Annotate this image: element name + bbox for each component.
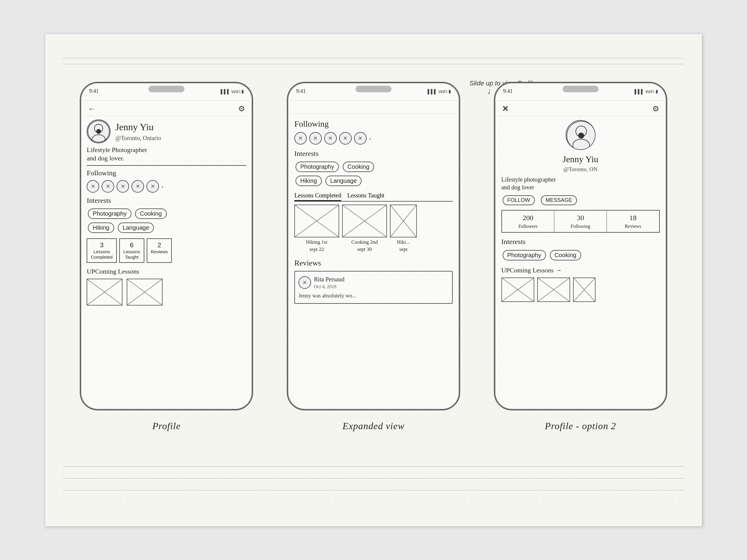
follow-avatar-1[interactable]	[87, 180, 99, 193]
review-header-1: Rita Persaud Oct 4, 2018	[299, 275, 448, 290]
battery-icon-2: ▮	[448, 89, 451, 94]
avatar-container-3	[501, 120, 660, 150]
lesson-title-1: Hiking 1stsept 22	[306, 239, 327, 253]
paper: Slide up to view Profile ↓ 9:41 ▌▌▌ WiFi…	[45, 34, 702, 527]
phone-1-notch	[149, 86, 184, 92]
phone-1-label: Profile	[152, 419, 181, 433]
lesson-images-2: Hiking 1stsept 22 Cooking 2ndsept 30 Hik…	[294, 205, 453, 253]
phone-2-navbar: NAV BAR	[288, 101, 459, 114]
reviewer-text-1: Jenny was absolutely wo...	[299, 292, 448, 299]
tags-2: Photography Cooking Hiking Language	[294, 160, 453, 187]
chevron-more-2[interactable]: ›	[369, 134, 371, 142]
line-top-1	[63, 58, 684, 58]
action-buttons-3: FOLLOW MESSAGE	[501, 194, 660, 206]
reviewer-avatar-1	[299, 276, 311, 289]
follow-avatar-2c[interactable]	[324, 132, 337, 144]
stat-lessons-completed-1: 3 LessonsCompleted	[87, 238, 117, 263]
gear-icon[interactable]: ⚙	[238, 104, 245, 114]
follow-avatar-2a[interactable]	[294, 132, 307, 144]
phone-3-navbar: ✕ ⚙ NAV BAR	[495, 101, 666, 116]
close-x-icon[interactable]: ✕	[502, 104, 509, 114]
reviewer-name-1: Rita Persaud	[314, 275, 344, 284]
phone-1-wrapper: 9:41 ▌▌▌ WiFi ▮ ← ⚙ NAV BAR	[74, 82, 259, 433]
profile-header-3: Jenny Yiu @Toronto, ON	[501, 153, 660, 174]
tag-photography-3[interactable]: Photography	[503, 250, 546, 261]
phone-2-notch	[356, 86, 391, 92]
wifi-icon-2: WiFi	[438, 89, 447, 94]
tag-language-1[interactable]: Language	[118, 222, 154, 233]
follow-avatar-4[interactable]	[131, 180, 144, 193]
reviewer-info-1: Rita Persaud Oct 4, 2018	[314, 275, 344, 290]
tag-hiking-1[interactable]: Hiking	[88, 222, 114, 233]
signal-icon-3: ▌▌▌	[635, 89, 644, 94]
back-arrow-icon[interactable]: ←	[88, 104, 96, 114]
phone-1-status-icons: ▌▌▌ WiFi ▮	[221, 89, 244, 94]
stat-reviews-1: 2 Reviews	[147, 238, 172, 263]
reviewer-date-1: Oct 4, 2018	[314, 284, 344, 290]
tag-cooking-1[interactable]: Cooking	[135, 209, 166, 219]
stats-3: 200 Followers 30 Following 18 Reviews	[501, 210, 660, 233]
phones-container: 9:41 ▌▌▌ WiFi ▮ ← ⚙ NAV BAR	[63, 70, 684, 502]
phone-3-notch	[563, 86, 598, 92]
user-name-3: Jenny Yiu	[501, 153, 660, 165]
upcoming-img-3c	[573, 277, 595, 302]
phone-3: 9:41 ▌▌▌ WiFi ▮ ✕ ⚙ NAV BAR	[494, 82, 667, 410]
follow-avatar-2e[interactable]	[354, 132, 367, 144]
message-button-3[interactable]: MESSAGE	[541, 195, 577, 205]
avatar-3	[566, 120, 595, 150]
avatar-1	[87, 119, 110, 143]
phone-1: 9:41 ▌▌▌ WiFi ▮ ← ⚙ NAV BAR	[80, 82, 253, 410]
lessons-taught-tab[interactable]: Lessons Taught	[347, 191, 384, 201]
lessons-completed-tab[interactable]: Lessons Completed	[294, 191, 341, 201]
phone-1-content: Jenny Yiu @Toronto, Ontario Lifestyle Ph…	[81, 116, 252, 410]
battery-icon-3: ▮	[655, 89, 658, 94]
phone-2-status-icons: ▌▌▌ WiFi ▮	[428, 89, 451, 94]
wifi-icon-3: WiFi	[645, 89, 654, 94]
phone-3-time: 9:41	[503, 87, 513, 95]
interests-label-2: Interests	[294, 149, 453, 159]
chevron-more-1[interactable]: ›	[161, 182, 163, 191]
lesson-item-3: Hiki...sept	[390, 205, 417, 253]
follow-button-3[interactable]: FOLLOW	[503, 195, 535, 205]
tag-language-2[interactable]: Language	[326, 176, 362, 186]
upcoming-img-3b	[537, 277, 570, 302]
phone-2-content: Following › Interests Photography	[288, 114, 459, 410]
phone-3-top-bar: 9:41 ▌▌▌ WiFi ▮	[495, 83, 666, 101]
svg-point-7	[578, 133, 584, 139]
upcoming-images-3	[501, 277, 660, 302]
tag-hiking-2[interactable]: Hiking	[295, 176, 322, 186]
stat-following-3: 30 Following	[554, 211, 607, 232]
signal-icon: ▌▌▌	[221, 89, 230, 94]
avatar-sketch-1	[87, 120, 110, 143]
gear-icon-3[interactable]: ⚙	[652, 104, 659, 114]
follow-avatar-5[interactable]	[147, 180, 159, 193]
following-label-2: Following	[294, 118, 453, 130]
upcoming-img-1a	[87, 279, 123, 305]
follow-avatar-3[interactable]	[117, 180, 129, 193]
signal-icon-2: ▌▌▌	[428, 89, 437, 94]
phone-3-content: Jenny Yiu @Toronto, ON Lifestyle photogr…	[495, 116, 666, 410]
user-bio-1: Lifestyle Photographerand dog lover.	[87, 146, 246, 163]
lessons-tabs: Lessons Completed Lessons Taught	[294, 191, 453, 202]
tag-cooking-2[interactable]: Cooking	[343, 162, 374, 172]
upcoming-img-3a	[501, 277, 534, 302]
follow-avatar-2d[interactable]	[339, 132, 352, 144]
lesson-title-2: Cooking 2ndsept 30	[352, 239, 378, 253]
separator-1	[87, 165, 246, 166]
lesson-img-2	[342, 205, 387, 237]
tag-photography-2[interactable]: Photography	[295, 162, 339, 172]
follow-avatar-2[interactable]	[102, 180, 114, 193]
tag-cooking-3[interactable]: Cooking	[550, 250, 581, 261]
lesson-img-1	[294, 205, 339, 237]
svg-point-3	[96, 129, 101, 134]
tag-photography-1[interactable]: Photography	[88, 209, 131, 219]
phone-1-navbar: ← ⚙ NAV BAR	[81, 101, 252, 116]
follow-avatar-2b[interactable]	[309, 132, 322, 144]
battery-icon: ▮	[241, 89, 244, 94]
lesson-item-1: Hiking 1stsept 22	[294, 205, 339, 253]
line-top-2	[63, 64, 684, 64]
reviews-label-2: Reviews	[294, 258, 453, 268]
tags-3: Photography Cooking	[501, 249, 660, 262]
phone-1-time: 9:41	[89, 87, 99, 95]
lesson-img-3	[390, 205, 417, 237]
